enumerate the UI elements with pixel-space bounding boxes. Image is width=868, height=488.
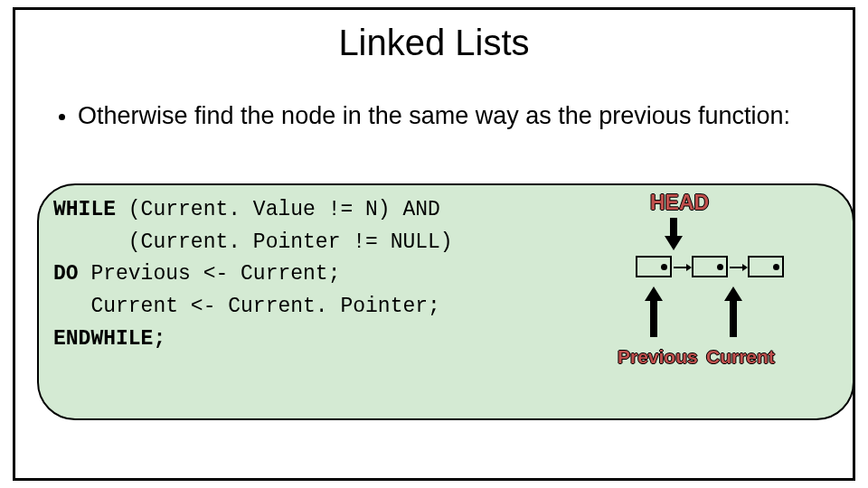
bullet-item: Otherwise find the node in the same way … [15, 101, 853, 132]
head-label: HEAD [650, 191, 709, 215]
bullet-text: Otherwise find the node in the same way … [78, 101, 790, 132]
list-node [636, 256, 672, 277]
list-node [748, 256, 784, 277]
svg-marker-8 [724, 286, 742, 301]
previous-label: Previous [618, 346, 698, 368]
svg-marker-1 [665, 236, 683, 250]
code-line4: Current <- Current. Pointer; [53, 295, 440, 318]
bullet-dot-icon [59, 114, 65, 120]
pointer-dot-icon [717, 264, 723, 270]
head-arrow-down-icon [663, 216, 684, 252]
svg-rect-0 [670, 218, 677, 236]
slide-frame: Linked Lists Otherwise find the node in … [13, 7, 855, 481]
kw-do: DO [53, 262, 79, 286]
pointer-dot-icon [773, 264, 779, 270]
node-row [636, 256, 784, 277]
current-label: Current [706, 346, 775, 368]
linked-list-diagram: HEAD [625, 191, 833, 380]
code-line1: (Current. Value != N) AND [116, 198, 440, 221]
link-arrow-icon [674, 263, 692, 272]
previous-arrow-up-icon [643, 285, 665, 339]
code-panel: WHILE (Current. Value != N) AND (Current… [37, 183, 854, 420]
link-arrow-icon [730, 263, 748, 272]
code-line2: (Current. Pointer != NULL) [53, 230, 453, 254]
svg-rect-9 [730, 301, 737, 337]
svg-marker-5 [742, 264, 748, 271]
slide-title: Linked Lists [15, 23, 853, 63]
current-arrow-up-icon [722, 285, 744, 339]
svg-marker-3 [686, 264, 692, 271]
svg-marker-6 [645, 286, 663, 301]
svg-rect-7 [650, 301, 657, 337]
list-node [692, 256, 728, 277]
kw-while: WHILE [53, 198, 116, 221]
kw-endwhile: ENDWHILE; [53, 327, 165, 351]
code-line3: Previous <- Current; [79, 262, 341, 286]
pointer-dot-icon [661, 264, 667, 270]
